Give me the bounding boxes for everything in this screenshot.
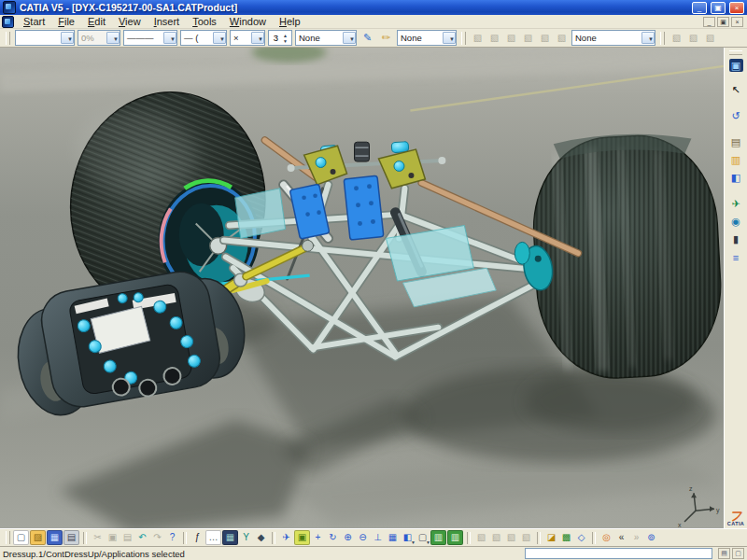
right-tire[interactable] xyxy=(529,130,724,382)
orbit-icon[interactable]: ↺ xyxy=(727,108,744,124)
menu-item-view[interactable]: View xyxy=(112,16,148,27)
fly-mode-icon[interactable]: ✈ xyxy=(279,531,293,544)
statusbar: Dressup.1/ContDressUp/Applications selec… xyxy=(0,546,747,560)
new-document-icon[interactable]: ▢ xyxy=(13,530,29,545)
zoom-in-icon[interactable]: ⊕ xyxy=(341,531,355,544)
minimize-button[interactable]: _ xyxy=(692,2,707,14)
viewport-3d[interactable]: z y x xyxy=(0,48,724,528)
search-icon[interactable]: ⊚ xyxy=(644,531,658,544)
restore-button[interactable]: ▣ xyxy=(711,2,726,14)
toolbar-separator xyxy=(537,532,541,544)
toolbar-grip[interactable] xyxy=(729,50,742,55)
mdi-restore-button[interactable]: ▣ xyxy=(717,17,729,27)
fly-through-icon[interactable]: ✈ xyxy=(727,196,744,212)
shading-mode-icon[interactable]: ▢▼ xyxy=(416,531,430,544)
undo-icon[interactable]: ↶ xyxy=(135,531,149,544)
chevron-down-icon[interactable]: ▼ xyxy=(641,32,655,44)
menu-item-edit[interactable]: Edit xyxy=(81,16,112,27)
chevron-down-icon[interactable]: ▼ xyxy=(443,32,456,44)
image-icon[interactable]: ▥ xyxy=(727,152,744,168)
chevron-down-icon[interactable]: ▼ xyxy=(106,32,120,44)
menu-item-insert[interactable]: Insert xyxy=(148,16,187,27)
graph-list-icon: ▧ xyxy=(474,531,488,544)
zoom-out-icon[interactable]: ⊖ xyxy=(356,531,370,544)
hide-show-icon[interactable]: ▥ xyxy=(430,530,446,545)
multi-view-icon[interactable]: ▦ xyxy=(386,531,400,544)
menu-item-window[interactable]: Window xyxy=(223,16,273,27)
graphic-style-combo[interactable]: ▼ xyxy=(15,30,75,46)
target-icon[interactable]: ◎ xyxy=(599,531,613,544)
close-button[interactable]: × xyxy=(729,2,744,14)
chevron-down-icon[interactable]: ▼ xyxy=(251,32,264,44)
chevron-down-icon[interactable]: ▼ xyxy=(61,32,74,44)
graph-tree-icon: ▧ xyxy=(489,531,503,544)
camera-icon[interactable]: ◧ xyxy=(727,170,744,186)
power-input-field[interactable] xyxy=(525,548,712,559)
calculator-icon[interactable]: ▦ xyxy=(222,530,238,545)
rotate-icon[interactable]: ↻ xyxy=(326,531,340,544)
thickness-spinner-value: 3 xyxy=(269,33,283,43)
chevron-down-icon[interactable]: ▼ xyxy=(163,32,176,44)
open-icon[interactable]: ▨ xyxy=(30,530,46,545)
fit-all-in-icon[interactable]: ▣ xyxy=(294,530,310,545)
thickness-spinner[interactable]: 3▲▼ xyxy=(268,30,292,46)
workbench-icon[interactable]: ▣ xyxy=(729,59,743,72)
named-filter-combo-value: None xyxy=(296,33,343,43)
menu-item-file[interactable]: File xyxy=(51,16,81,27)
chevron-down-icon[interactable]: ▼ xyxy=(213,32,226,44)
document-icon xyxy=(2,16,14,28)
status-message: Dressup.1/ContDressUp/Applications selec… xyxy=(3,549,519,559)
toolbar-separator xyxy=(467,532,471,544)
menu-item-tools[interactable]: Tools xyxy=(186,16,223,27)
comment-icon[interactable]: … xyxy=(205,530,221,545)
catalog-icon[interactable]: ◪ xyxy=(544,531,558,544)
point-symbol-combo[interactable]: ×▼ xyxy=(230,30,265,46)
svg-text:y: y xyxy=(716,507,720,514)
formula-icon[interactable]: ƒ xyxy=(190,531,204,544)
mdi-minimize-button[interactable]: _ xyxy=(703,17,715,27)
status-doc-button[interactable]: ▤ xyxy=(718,548,730,559)
knowledge-icon[interactable]: ◆ xyxy=(254,531,268,544)
depth-effect-icon[interactable]: ◇ xyxy=(574,531,588,544)
layer-filter-combo[interactable]: None▼ xyxy=(397,30,457,46)
back-icon[interactable]: « xyxy=(614,531,628,544)
help-icon[interactable]: ? xyxy=(165,531,179,544)
menu-item-help[interactable]: Help xyxy=(273,16,307,27)
toolbar-separator xyxy=(592,532,596,544)
select-icon[interactable]: ↖ xyxy=(727,82,744,98)
mdi-controls: _ ▣ × xyxy=(703,17,745,27)
redo-icon: ↷ xyxy=(150,531,164,544)
add-filter-icon: ▧ xyxy=(669,32,684,45)
painter-icon[interactable]: ✎ xyxy=(359,31,375,46)
named-filter-combo[interactable]: None▼ xyxy=(295,30,357,46)
render-style-icon[interactable]: ▤ xyxy=(727,134,744,150)
capture-icon[interactable]: ▩ xyxy=(559,531,573,544)
mdi-close-button[interactable]: × xyxy=(731,17,743,27)
chevron-down-icon[interactable]: ▼ xyxy=(343,32,356,44)
normal-view-icon[interactable]: ⊥ xyxy=(371,531,385,544)
design-table-icon[interactable]: Y xyxy=(239,531,253,544)
line-weight-combo[interactable]: — (▼ xyxy=(180,30,227,46)
print-icon[interactable]: ▤ xyxy=(63,530,79,545)
view-filter-combo[interactable]: None▼ xyxy=(571,30,655,46)
save-icon[interactable]: ▦ xyxy=(47,530,63,545)
toolbar-grip[interactable] xyxy=(6,32,10,45)
isometric-view-icon[interactable]: ◧▼ xyxy=(401,531,415,544)
swap-visible-icon[interactable]: ▥ xyxy=(447,530,463,545)
pan-icon[interactable]: + xyxy=(311,531,325,544)
views-list-icon[interactable]: ≡ xyxy=(727,249,744,265)
video-icon[interactable]: ▮ xyxy=(727,231,744,247)
globe-icon[interactable]: ◉ xyxy=(727,214,744,230)
graph-attach-icon: ▧ xyxy=(519,531,533,544)
toolbar-separator xyxy=(183,532,187,544)
scene-3d: z y x xyxy=(0,48,724,528)
cyan-panel-left xyxy=(235,189,286,239)
status-lock-button[interactable]: ▢ xyxy=(732,548,744,559)
toolbar-separator xyxy=(272,532,275,544)
spinner-arrows-icon[interactable]: ▲▼ xyxy=(283,33,291,44)
point-symbol-combo-value: × xyxy=(231,33,251,43)
color-wand-icon[interactable]: ✏ xyxy=(378,31,394,46)
menu-item-start[interactable]: Start xyxy=(17,16,51,27)
line-type-combo[interactable]: ———▼ xyxy=(123,30,177,46)
toolbar-grip[interactable] xyxy=(6,531,10,544)
